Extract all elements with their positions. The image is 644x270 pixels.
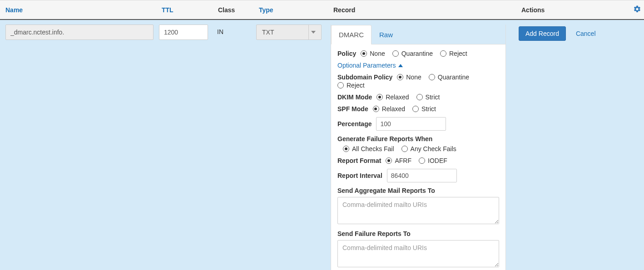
interval-input[interactable] bbox=[387, 169, 457, 182]
failure-any[interactable]: Any Check Fails bbox=[401, 145, 456, 152]
radio-icon bbox=[419, 157, 425, 164]
subdomain-none-label: None bbox=[406, 74, 421, 81]
spf-label: SPF Mode bbox=[337, 105, 368, 113]
radio-icon bbox=[373, 106, 379, 112]
tab-dmarc[interactable]: DMARC bbox=[331, 25, 372, 44]
spf-strict[interactable]: Strict bbox=[412, 105, 436, 113]
subdomain-reject[interactable]: Reject bbox=[337, 82, 365, 89]
col-record: Record bbox=[333, 6, 355, 14]
caret-up-icon bbox=[398, 64, 403, 67]
subdomain-none[interactable]: None bbox=[397, 74, 421, 81]
failure-reports-label: Send Failure Reports To bbox=[337, 230, 496, 237]
policy-none[interactable]: None bbox=[361, 50, 385, 57]
radio-icon bbox=[416, 94, 423, 100]
chevron-down-icon bbox=[308, 25, 317, 39]
table-row: IN TXT DMARC Raw Policy bbox=[0, 20, 644, 270]
radio-icon bbox=[440, 50, 446, 57]
radio-icon bbox=[429, 74, 435, 80]
failure-all[interactable]: All Checks Fail bbox=[343, 145, 394, 152]
radio-icon bbox=[361, 50, 367, 57]
dkim-strict-label: Strict bbox=[426, 93, 440, 101]
table-header: Name TTL Class Type Record Actions bbox=[0, 0, 644, 20]
record-panel: DMARC Raw Policy None Quarantine bbox=[331, 25, 506, 270]
policy-quarantine[interactable]: Quarantine bbox=[392, 50, 433, 57]
radio-icon bbox=[376, 94, 383, 100]
radio-icon bbox=[412, 106, 419, 112]
policy-quarantine-label: Quarantine bbox=[401, 50, 433, 57]
spf-relaxed-label: Relaxed bbox=[382, 105, 405, 113]
spf-strict-label: Strict bbox=[421, 105, 436, 113]
policy-reject-label: Reject bbox=[449, 50, 467, 57]
gear-icon[interactable] bbox=[633, 7, 641, 15]
dkim-strict[interactable]: Strict bbox=[416, 93, 440, 101]
tab-raw[interactable]: Raw bbox=[372, 25, 401, 44]
add-record-button[interactable]: Add Record bbox=[519, 26, 566, 41]
failure-reports-textarea[interactable] bbox=[337, 240, 499, 267]
failure-all-label: All Checks Fail bbox=[352, 145, 394, 152]
optional-parameters-label: Optional Parameters bbox=[337, 62, 396, 69]
format-label: Report Format bbox=[337, 157, 381, 164]
ttl-input[interactable] bbox=[159, 25, 208, 40]
col-type[interactable]: Type bbox=[259, 6, 273, 14]
radio-icon bbox=[401, 146, 408, 152]
col-actions: Actions bbox=[521, 6, 545, 14]
type-select-value: TXT bbox=[262, 29, 274, 36]
aggregate-label: Send Aggregate Mail Reports To bbox=[337, 187, 496, 194]
policy-label: Policy bbox=[337, 50, 356, 57]
percentage-label: Percentage bbox=[337, 120, 372, 128]
subdomain-label: Subdomain Policy bbox=[337, 74, 392, 81]
radio-icon bbox=[397, 74, 403, 80]
subdomain-quarantine[interactable]: Quarantine bbox=[429, 74, 469, 81]
subdomain-reject-label: Reject bbox=[347, 82, 365, 89]
aggregate-textarea[interactable] bbox=[337, 197, 499, 224]
format-iodef-label: IODEF bbox=[428, 157, 447, 164]
col-ttl[interactable]: TTL bbox=[162, 6, 173, 14]
name-input[interactable] bbox=[5, 25, 154, 40]
format-afrf-label: AFRF bbox=[395, 157, 411, 164]
col-name[interactable]: Name bbox=[5, 6, 23, 14]
radio-icon bbox=[392, 50, 399, 57]
radio-icon bbox=[386, 157, 392, 164]
dkim-label: DKIM Mode bbox=[337, 93, 372, 101]
optional-parameters-toggle[interactable]: Optional Parameters bbox=[337, 62, 403, 69]
record-tabs: DMARC Raw bbox=[331, 25, 505, 44]
interval-label: Report Interval bbox=[337, 172, 382, 179]
dkim-relaxed[interactable]: Relaxed bbox=[376, 93, 409, 101]
subdomain-quarantine-label: Quarantine bbox=[438, 74, 469, 81]
failure-any-label: Any Check Fails bbox=[411, 145, 456, 152]
format-afrf[interactable]: AFRF bbox=[386, 157, 411, 164]
class-value: IN bbox=[215, 25, 225, 39]
failure-label: Generate Failure Reports When bbox=[337, 135, 496, 142]
spf-relaxed[interactable]: Relaxed bbox=[373, 105, 405, 113]
policy-reject[interactable]: Reject bbox=[440, 50, 467, 57]
radio-icon bbox=[337, 82, 344, 88]
type-select[interactable]: TXT bbox=[256, 25, 322, 40]
dkim-relaxed-label: Relaxed bbox=[386, 93, 409, 101]
format-iodef[interactable]: IODEF bbox=[419, 157, 447, 164]
col-class: Class bbox=[218, 6, 235, 14]
cancel-button[interactable]: Cancel bbox=[576, 30, 596, 37]
percentage-input[interactable] bbox=[376, 117, 446, 131]
radio-icon bbox=[343, 146, 349, 152]
policy-none-label: None bbox=[370, 50, 385, 57]
